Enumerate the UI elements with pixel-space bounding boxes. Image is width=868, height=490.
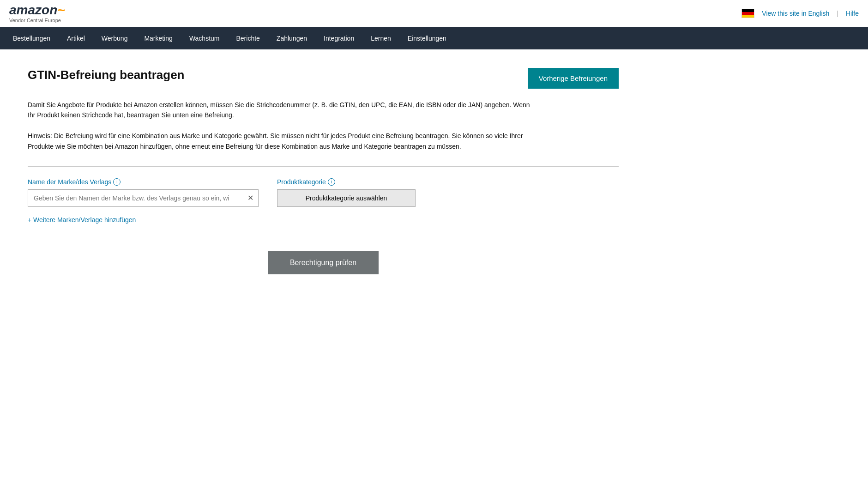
brand-info-icon[interactable]: i	[113, 178, 121, 186]
category-field: Produktkategorie i Produktkategorie ausw…	[277, 178, 416, 207]
nav-item-berichte[interactable]: Berichte	[228, 27, 268, 49]
nav-item-integration[interactable]: Integration	[315, 27, 362, 49]
top-bar: amazon~ Vendor Central Europe View this …	[0, 0, 868, 27]
category-info-icon[interactable]: i	[328, 178, 335, 186]
separator: |	[837, 10, 838, 17]
nav-item-wachstum[interactable]: Wachstum	[181, 27, 228, 49]
page-header: GTIN-Befreiung beantragen Vorherige Befr…	[28, 68, 619, 89]
category-select-button[interactable]: Produktkategorie auswählen	[277, 189, 416, 207]
form-row: Name der Marke/des Verlags i ✕ Produktka…	[28, 178, 619, 207]
help-link[interactable]: Hilfe	[846, 10, 859, 17]
description-line2: Hinweis: Die Befreiung wird für eine Kom…	[28, 131, 536, 151]
brand-input-wrapper: ✕	[28, 189, 259, 207]
language-link[interactable]: View this site in English	[762, 10, 829, 17]
add-more-brands-link[interactable]: + Weitere Marken/Verlage hinzufügen	[28, 216, 619, 224]
nav-item-werbung[interactable]: Werbung	[93, 27, 136, 49]
clear-brand-button[interactable]: ✕	[243, 190, 258, 206]
logo-subtitle: Vendor Central Europe	[9, 18, 61, 23]
amazon-logo: amazon~	[9, 4, 65, 17]
top-right-area: View this site in English | Hilfe	[741, 9, 859, 18]
nav-item-einstellungen[interactable]: Einstellungen	[399, 27, 455, 49]
flag-germany	[741, 9, 754, 18]
check-eligibility-button[interactable]: Berechtigung prüfen	[268, 251, 379, 274]
logo-area: amazon~ Vendor Central Europe	[9, 4, 65, 23]
description-block: Damit Sie Angebote für Produkte bei Amaz…	[28, 100, 536, 151]
previous-exemptions-button[interactable]: Vorherige Befreiungen	[528, 68, 619, 89]
nav-bar: Bestellungen Artikel Werbung Marketing W…	[0, 27, 868, 49]
nav-item-zahlungen[interactable]: Zahlungen	[268, 27, 315, 49]
brand-input[interactable]	[28, 190, 243, 206]
brand-label: Name der Marke/des Verlags i	[28, 178, 259, 186]
brand-field: Name der Marke/des Verlags i ✕	[28, 178, 259, 207]
description-line1: Damit Sie Angebote für Produkte bei Amaz…	[28, 100, 536, 121]
nav-item-bestellungen[interactable]: Bestellungen	[5, 27, 59, 49]
nav-item-marketing[interactable]: Marketing	[136, 27, 181, 49]
form-section: Name der Marke/des Verlags i ✕ Produktka…	[28, 166, 619, 224]
category-label: Produktkategorie i	[277, 178, 416, 186]
page-title: GTIN-Befreiung beantragen	[28, 68, 184, 82]
main-content: GTIN-Befreiung beantragen Vorherige Befr…	[0, 49, 646, 293]
nav-item-artikel[interactable]: Artikel	[59, 27, 93, 49]
check-section: Berechtigung prüfen	[28, 251, 619, 274]
nav-item-lernen[interactable]: Lernen	[362, 27, 399, 49]
